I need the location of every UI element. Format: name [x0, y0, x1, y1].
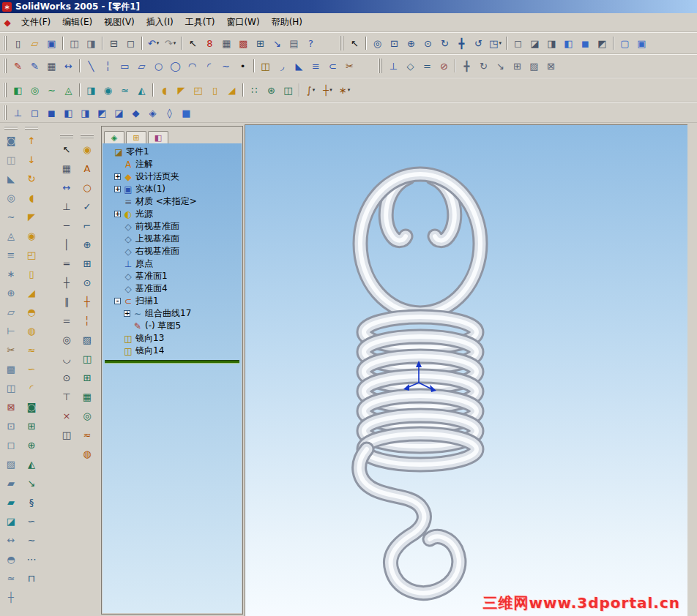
- parallel-relation-button[interactable]: ∥: [58, 292, 75, 311]
- rollback-bar[interactable]: [105, 360, 239, 364]
- design-table-button[interactable]: ⊞: [252, 35, 269, 51]
- scale-entities-button[interactable]: ↘: [492, 58, 509, 74]
- fullscreen-button[interactable]: ▢: [616, 35, 633, 51]
- wireframe-button[interactable]: ◻: [510, 35, 526, 51]
- grid-button[interactable]: ▦: [218, 35, 235, 51]
- mirror-feature-button[interactable]: ◫: [280, 82, 297, 98]
- tree-item-top-plane[interactable]: ◇ 上视基准面: [102, 233, 242, 245]
- lofted-cut-button[interactable]: ◭: [133, 82, 150, 98]
- point-button[interactable]: •: [234, 58, 251, 74]
- draft-quality-button[interactable]: ▣: [633, 35, 650, 51]
- mirror-entities-button[interactable]: ◫: [257, 58, 274, 74]
- move-entities-button[interactable]: ╋: [458, 58, 475, 74]
- make-assembly-button[interactable]: ◨: [83, 35, 100, 51]
- curves-button[interactable]: ∫: [302, 82, 319, 98]
- model-canvas[interactable]: [245, 125, 687, 616]
- rib-tool-button[interactable]: ▯: [23, 264, 40, 283]
- draft-button[interactable]: ◢: [223, 82, 240, 98]
- menu-item[interactable]: 窗口(W): [220, 14, 265, 31]
- chamfer-tool-button[interactable]: ◤: [23, 207, 40, 226]
- spline-button[interactable]: ∼: [217, 58, 234, 74]
- flex-tool-button[interactable]: ∽: [23, 359, 40, 378]
- shaded-button[interactable]: ◼: [577, 35, 594, 51]
- block-button[interactable]: ◫: [78, 349, 96, 368]
- datum-feature-button[interactable]: ⊞: [78, 254, 96, 273]
- tree-item-mirror13[interactable]: ◫ 镜向13: [102, 332, 242, 345]
- arc-button[interactable]: ◠: [184, 58, 201, 74]
- zoom-area-button[interactable]: ⊡: [386, 35, 403, 51]
- tree-item-sketch5[interactable]: ✎ (-) 草图5: [102, 320, 242, 332]
- dome-tool-button[interactable]: ◓: [23, 302, 40, 321]
- ellipse-button[interactable]: ◯: [167, 58, 184, 74]
- note-button[interactable]: A: [78, 159, 96, 178]
- fill-surface-button[interactable]: ▩: [2, 359, 20, 378]
- tree-item-lights[interactable]: + ◐ 光源: [102, 208, 242, 220]
- expander-icon[interactable]: -: [114, 298, 121, 304]
- print-preview-button[interactable]: ◻: [122, 35, 139, 51]
- dimension-style-button[interactable]: ↘: [269, 35, 286, 51]
- rotate-entities-button[interactable]: ↻: [475, 58, 492, 74]
- coincident-relation-button[interactable]: ⊙: [58, 368, 75, 387]
- top-view-button[interactable]: ◩: [94, 105, 111, 121]
- tree-item-design-binder[interactable]: + ◆ 设计活页夹: [102, 170, 242, 183]
- revolve-tool-button[interactable]: ↻: [23, 169, 40, 188]
- featuremanager-tab[interactable]: ◈: [104, 131, 124, 144]
- lofted-boss-button[interactable]: ◬: [60, 82, 77, 98]
- split-tool-button[interactable]: ◭: [23, 454, 40, 473]
- weld-symbol-button[interactable]: ⌐: [78, 216, 96, 235]
- fix-relation-button[interactable]: ⊤: [58, 387, 75, 406]
- design-table-tool-button[interactable]: ▦: [78, 387, 96, 406]
- untrim-surface-button[interactable]: ◻: [2, 435, 20, 454]
- extruded-boss-button[interactable]: ◧: [10, 82, 26, 98]
- thicken-button[interactable]: ▰: [2, 473, 20, 492]
- hole-wizard-button[interactable]: ◉: [23, 226, 40, 245]
- color-options-button[interactable]: ▩: [235, 35, 252, 51]
- help-button[interactable]: ?: [302, 35, 319, 51]
- hidden-lines-visible-button[interactable]: ◪: [526, 35, 543, 51]
- combine-tool-button[interactable]: ⊕: [23, 435, 40, 454]
- sketch-grid-button[interactable]: ▦: [43, 58, 60, 74]
- section-view-button[interactable]: ◩: [594, 35, 611, 51]
- configurationmanager-tab[interactable]: ◧: [148, 131, 168, 144]
- horizontal-relation-button[interactable]: ─: [58, 216, 75, 235]
- curve-through-points-button[interactable]: ⋯: [23, 549, 40, 568]
- delete-relation-button[interactable]: ×: [58, 406, 75, 425]
- tree-item-plane1[interactable]: ◇ 基准面1: [102, 270, 242, 282]
- tree-item-right-plane[interactable]: ◇ 右视基准面: [102, 245, 242, 258]
- center-mark-button[interactable]: ┼: [78, 292, 96, 311]
- instant3d-button[interactable]: ∗: [336, 82, 353, 98]
- equal-relation-button[interactable]: =: [58, 311, 75, 330]
- parallelogram-button[interactable]: ▱: [133, 58, 150, 74]
- tree-item-part[interactable]: ◪ 零件1: [102, 146, 242, 158]
- add-relation-button[interactable]: ⊥: [385, 58, 402, 74]
- mid-surface-button[interactable]: ◫: [2, 378, 20, 397]
- revolved-cut-button[interactable]: ◉: [100, 82, 116, 98]
- left-view-button[interactable]: ◧: [60, 105, 77, 121]
- deform-tool-button[interactable]: ≈: [23, 340, 40, 359]
- reference-geometry-button[interactable]: ┼: [319, 82, 336, 98]
- front-view-button[interactable]: ◻: [26, 105, 43, 121]
- ruled-surface-button[interactable]: ▨: [2, 454, 20, 473]
- swept-cut-button[interactable]: ≈: [116, 82, 133, 98]
- balloon-button[interactable]: ○: [78, 178, 96, 197]
- bom-button[interactable]: ▤: [286, 35, 302, 51]
- pan-button[interactable]: ╋: [453, 35, 470, 51]
- replace-face-button[interactable]: ⊡: [2, 416, 20, 435]
- sketch-chamfer-button[interactable]: ◣: [291, 58, 308, 74]
- copy-entities-button[interactable]: ⊞: [509, 58, 526, 74]
- extruded-surface-button[interactable]: ◣: [2, 169, 20, 188]
- heal-edges-button[interactable]: ┼: [2, 587, 20, 606]
- menu-item[interactable]: 插入(I): [141, 14, 179, 31]
- freeform-button[interactable]: ≈: [2, 568, 20, 587]
- shaded-cube-button[interactable]: ■: [178, 105, 195, 121]
- redo-button[interactable]: ↷: [162, 35, 179, 51]
- sketch-fillet-button[interactable]: ◞: [274, 58, 291, 74]
- scale-tool-button[interactable]: ↘: [23, 473, 40, 492]
- centerline-button[interactable]: ╎: [100, 58, 116, 74]
- extend-surface-button[interactable]: ⊢: [2, 321, 20, 340]
- insert-part-button[interactable]: ◙: [2, 131, 20, 150]
- trim-surface-button[interactable]: ✂: [2, 340, 20, 359]
- select-button[interactable]: ↖: [184, 35, 201, 51]
- smart-dimension-button[interactable]: ↔: [60, 58, 77, 74]
- offset-entities-button[interactable]: ≡: [308, 58, 324, 74]
